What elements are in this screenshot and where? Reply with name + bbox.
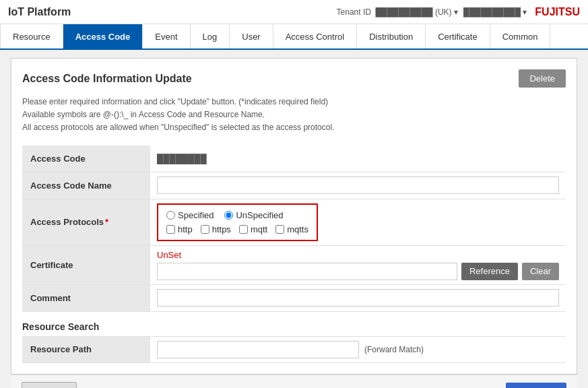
access-code-name-value: [150, 172, 566, 199]
access-protocols-row: Access Protocols * Specified UnSpecif: [22, 199, 566, 246]
access-code-name-label: Access Code Name: [22, 172, 150, 199]
comment-input[interactable]: [157, 289, 559, 306]
reference-button[interactable]: Reference: [461, 263, 518, 280]
access-code-name-input[interactable]: [157, 176, 559, 194]
required-marker: *: [105, 217, 108, 227]
nav-log[interactable]: Log: [191, 24, 230, 48]
certificate-value-col: UnSet Reference Clear: [150, 246, 566, 284]
nav-access-code[interactable]: Access Code: [63, 24, 143, 48]
resource-hint: (Forward Match): [364, 345, 424, 354]
form-container: Access Code Information Update Delete Pl…: [11, 58, 577, 375]
update-button[interactable]: Update: [506, 383, 566, 388]
certificate-row: Certificate UnSet Reference Clear: [22, 246, 566, 285]
tenant-id-label: Tenant ID ██████████ (UK) ▾: [337, 7, 458, 17]
resource-path-label: Resource Path: [22, 337, 150, 362]
form-footer: Cancel Update: [11, 375, 577, 388]
access-code-display: ████████: [157, 154, 207, 164]
checkbox-http-input[interactable]: [166, 225, 175, 234]
checkbox-mqtt[interactable]: mqtt: [239, 224, 267, 234]
certificate-input[interactable]: [157, 263, 457, 280]
radio-unspecified[interactable]: UnSpecified: [224, 210, 283, 220]
main-navigation: Resource Access Code Event Log User Acce…: [0, 24, 588, 50]
certificate-label: Certificate: [22, 246, 150, 284]
radio-unspecified-label: UnSpecified: [236, 210, 283, 220]
info-line2: Available symbols are @-():\_ in Access …: [22, 108, 566, 121]
access-code-name-row: Access Code Name: [22, 172, 566, 199]
info-text: Please enter required information and cl…: [22, 96, 566, 135]
access-protocols-label: Access Protocols *: [22, 199, 150, 245]
resource-path-row: Resource Path (Forward Match): [22, 336, 566, 363]
protocol-box: Specified UnSpecified http: [157, 203, 318, 241]
access-code-value: ████████: [150, 146, 566, 172]
form-header: Access Code Information Update Delete: [22, 69, 566, 88]
resource-path-value: (Forward Match): [150, 337, 566, 362]
checkbox-https[interactable]: https: [201, 224, 231, 234]
info-line1: Please enter required information and cl…: [22, 96, 566, 108]
access-protocols-value: Specified UnSpecified http: [150, 199, 566, 245]
checkbox-https-label: https: [212, 224, 231, 234]
certificate-input-row: Reference Clear: [157, 263, 559, 280]
comment-value: [150, 285, 566, 311]
app-title: IoT Platform: [8, 6, 337, 18]
nav-resource[interactable]: Resource: [0, 24, 63, 48]
form-wrapper: Access Code Information Update Delete Pl…: [11, 58, 577, 375]
checkbox-mqtt-input[interactable]: [239, 225, 248, 234]
checkbox-http[interactable]: http: [166, 224, 193, 234]
comment-label: Comment: [22, 285, 150, 311]
cancel-button[interactable]: Cancel: [22, 382, 77, 388]
nav-user[interactable]: User: [230, 24, 273, 48]
fujitsu-logo: FUJITSU: [535, 6, 580, 18]
radio-specified[interactable]: Specified: [166, 210, 214, 220]
nav-access-control[interactable]: Access Control: [273, 24, 357, 48]
resource-path-input[interactable]: [157, 341, 359, 358]
certificate-status: UnSet: [157, 250, 559, 260]
access-code-row: Access Code ████████: [22, 146, 566, 172]
main-content: Access Code Information Update Delete Pl…: [0, 50, 588, 388]
radio-row: Specified UnSpecified: [166, 210, 308, 220]
access-code-label: Access Code: [22, 146, 150, 172]
page-header: IoT Platform Tenant ID ██████████ (UK) ▾…: [0, 0, 588, 24]
checkbox-mqtts[interactable]: mqtts: [275, 224, 308, 234]
resource-search-title: Resource Search: [22, 321, 566, 332]
checkbox-row: http https mqtt: [166, 224, 308, 234]
nav-event[interactable]: Event: [143, 24, 190, 48]
checkbox-http-label: http: [178, 224, 193, 234]
form-title: Access Code Information Update: [22, 73, 192, 85]
checkbox-https-input[interactable]: [201, 225, 209, 234]
info-line3: All access protocols are allowed when "U…: [22, 121, 566, 134]
comment-row: Comment: [22, 285, 566, 312]
nav-certificate[interactable]: Certificate: [426, 24, 490, 48]
nav-common[interactable]: Common: [490, 24, 551, 48]
nav-distribution[interactable]: Distribution: [357, 24, 426, 48]
checkbox-mqtts-label: mqtts: [287, 224, 308, 234]
clear-button[interactable]: Clear: [522, 263, 559, 280]
radio-specified-label: Specified: [178, 210, 214, 220]
checkbox-mqtt-label: mqtt: [251, 224, 267, 234]
ip-label: ██████████ ▾: [463, 7, 527, 17]
delete-button[interactable]: Delete: [519, 69, 566, 88]
radio-unspecified-input[interactable]: [224, 211, 233, 220]
checkbox-mqtts-input[interactable]: [275, 225, 284, 234]
radio-specified-input[interactable]: [166, 211, 175, 220]
